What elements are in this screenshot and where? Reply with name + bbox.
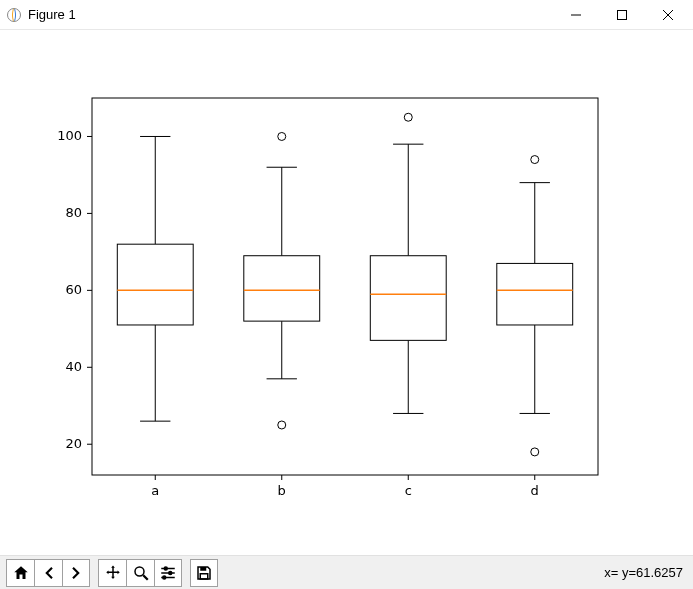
close-button[interactable] xyxy=(645,0,691,30)
svg-rect-5 xyxy=(0,30,693,555)
x-tick-label: b xyxy=(278,483,286,498)
svg-point-40 xyxy=(169,571,172,574)
home-button[interactable] xyxy=(6,559,34,587)
x-tick-label: c xyxy=(405,483,412,498)
zoom-button[interactable] xyxy=(126,559,154,587)
y-tick-label: 20 xyxy=(65,436,82,451)
y-tick-label: 80 xyxy=(65,205,82,220)
svg-rect-44 xyxy=(200,573,208,578)
nav-toolbar: x= y=61.6257 xyxy=(0,555,693,589)
pan-button[interactable] xyxy=(98,559,126,587)
svg-rect-29 xyxy=(370,256,446,341)
y-tick-label: 60 xyxy=(65,282,82,297)
window-title: Figure 1 xyxy=(28,7,76,22)
back-button[interactable] xyxy=(34,559,62,587)
window-titlebar: Figure 1 xyxy=(0,0,693,30)
svg-rect-24 xyxy=(244,256,320,321)
svg-rect-43 xyxy=(200,567,206,571)
x-tick-label: a xyxy=(151,483,159,498)
svg-line-36 xyxy=(143,575,148,580)
svg-rect-19 xyxy=(117,244,193,325)
y-tick-label: 40 xyxy=(65,359,82,374)
svg-rect-34 xyxy=(497,263,573,325)
svg-rect-2 xyxy=(618,10,627,19)
svg-point-35 xyxy=(135,567,144,576)
y-tick-label: 100 xyxy=(57,128,82,143)
forward-button[interactable] xyxy=(62,559,90,587)
cursor-coordinates: x= y=61.6257 xyxy=(604,565,687,580)
configure-subplots-button[interactable] xyxy=(154,559,182,587)
save-button[interactable] xyxy=(190,559,218,587)
svg-point-42 xyxy=(163,576,166,579)
maximize-button[interactable] xyxy=(599,0,645,30)
app-icon xyxy=(6,7,22,23)
svg-point-0 xyxy=(8,8,21,21)
svg-point-38 xyxy=(164,567,167,570)
minimize-button[interactable] xyxy=(553,0,599,30)
figure-canvas[interactable]: 20406080100abcd xyxy=(0,30,693,555)
x-tick-label: d xyxy=(531,483,539,498)
